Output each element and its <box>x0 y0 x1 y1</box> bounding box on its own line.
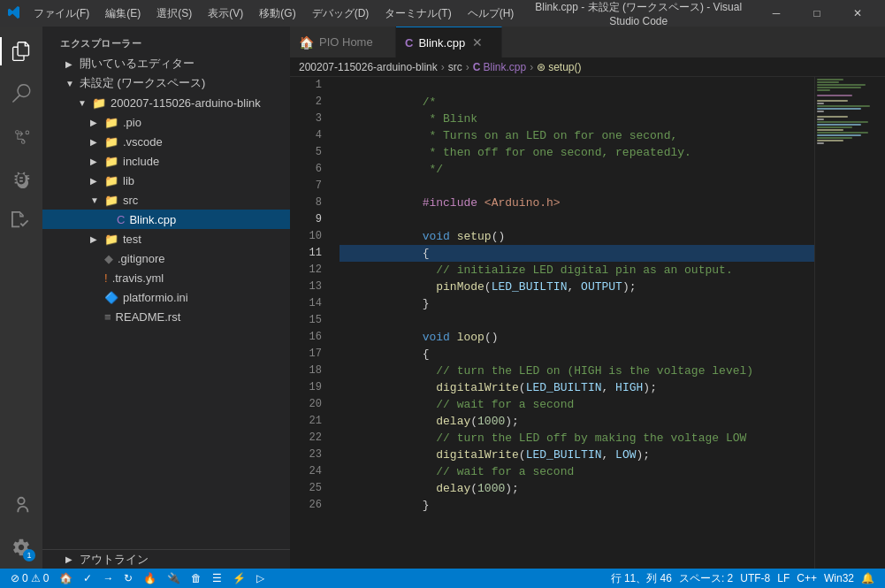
breadcrumb-sep-0: › <box>441 61 445 73</box>
tab-blink-cpp[interactable]: C Blink.cpp ✕ <box>396 27 502 57</box>
warning-count: 0 <box>43 572 50 584</box>
sidebar-platformio[interactable]: ▶ 🔷 platformio.ini <box>42 287 290 307</box>
menu-help[interactable]: ヘルプ(H) <box>461 4 522 23</box>
code-line-7: #include <Arduino.h> <box>340 178 814 195</box>
project-label: 200207-115026-arduino-blink <box>111 96 261 110</box>
settings-badge: 1 <box>23 549 35 561</box>
plug-icon: 🔌 <box>167 572 180 584</box>
menu-file[interactable]: ファイル(F) <box>27 4 96 23</box>
statusbar-spaces[interactable]: スペース: 2 <box>675 569 736 588</box>
statusbar-language[interactable]: C++ <box>793 569 820 588</box>
vscode-folder-label: .vscode <box>123 135 163 149</box>
sidebar-lib[interactable]: ▶ 📁 lib <box>42 171 290 190</box>
menu-go[interactable]: 移動(G) <box>252 4 302 23</box>
code-line-9: void setup() <box>340 211 814 228</box>
project-arrow: ▼ <box>78 98 90 108</box>
maximize-button[interactable]: □ <box>797 0 837 27</box>
statusbar-bell[interactable]: 🔔 <box>858 569 878 588</box>
test-label: test <box>123 233 141 246</box>
activity-extensions[interactable] <box>0 200 42 242</box>
vscode-folder-icon: 📁 <box>104 135 118 149</box>
position-text: 行 11、列 46 <box>611 571 672 586</box>
sync-icon: ↻ <box>124 572 133 584</box>
activity-bar: 1 <box>0 27 42 569</box>
statusbar-check[interactable]: ✓ <box>80 569 95 588</box>
statusbar-list[interactable]: ☰ <box>209 569 225 588</box>
sidebar-project[interactable]: ▼ 📁 200207-115026-arduino-blink <box>42 93 290 112</box>
sidebar-pio[interactable]: ▶ 📁 .pio <box>42 112 290 132</box>
statusbar-line-endings[interactable]: LF <box>774 569 793 588</box>
platformio-icon: 🔷 <box>104 291 118 304</box>
check-icon: ✓ <box>83 572 92 584</box>
statusbar-encoding[interactable]: UTF-8 <box>736 569 774 588</box>
statusbar-arrow2[interactable]: ▷ <box>253 569 268 588</box>
test-arrow: ▶ <box>90 234 103 244</box>
sidebar-vscode[interactable]: ▶ 📁 .vscode <box>42 132 290 151</box>
statusbar-fire[interactable]: 🔥 <box>140 569 160 588</box>
statusbar-right: 行 11、列 46 スペース: 2 UTF-8 LF C++ Win32 🔔 <box>607 569 878 588</box>
statusbar-arrow[interactable]: → <box>99 569 117 588</box>
statusbar-position[interactable]: 行 11、列 46 <box>607 569 675 588</box>
breadcrumb-part-2[interactable]: CBlink.cpp <box>473 61 526 73</box>
breadcrumb-part-0[interactable]: 200207-115026-arduino-blink <box>299 61 438 73</box>
activity-settings[interactable]: 1 <box>0 526 42 569</box>
activity-search[interactable] <box>0 73 42 115</box>
warning-icon: ⚠ <box>31 572 41 584</box>
gitignore-label: .gitignore <box>118 252 164 265</box>
tab-pio-home[interactable]: 🏠 PIO Home <box>290 27 396 57</box>
sidebar-test[interactable]: ▶ 📁 test <box>42 229 290 248</box>
sidebar-workspace[interactable]: ▼ 未設定 (ワークスペース) <box>42 73 290 93</box>
activity-source-control[interactable] <box>0 115 42 157</box>
minimize-button[interactable]: ─ <box>756 0 797 27</box>
sidebar-readme[interactable]: ▶ ≡ README.rst <box>42 307 290 326</box>
error-count: 0 <box>22 572 28 584</box>
pio-arrow: ▶ <box>90 118 103 127</box>
menu-selection[interactable]: 選択(S) <box>149 4 199 23</box>
statusbar-trash[interactable]: 🗑 <box>187 569 205 588</box>
menu-debug[interactable]: デバッグ(D) <box>305 4 377 23</box>
lib-arrow: ▶ <box>90 176 103 186</box>
sidebar-blink-cpp[interactable]: ▶ C Blink.cpp <box>42 210 290 229</box>
statusbar-errors[interactable]: ⊘ 0 ⚠ 0 <box>7 569 52 588</box>
pio-label: .pio <box>123 116 141 129</box>
terminal-icon: ▷ <box>256 572 264 584</box>
sidebar-header: エクスプローラー <box>42 27 290 54</box>
close-button[interactable]: ✕ <box>837 0 878 27</box>
code-editor[interactable]: 1 2 3 4 5 6 7 8 9 10 11 12 13 14 15 16 1 <box>290 77 814 569</box>
minimap[interactable] <box>814 77 885 569</box>
tab-close-blink[interactable]: ✕ <box>470 35 484 50</box>
activity-debug[interactable] <box>0 157 42 200</box>
src-arrow: ▼ <box>90 195 103 205</box>
window-controls: ─ □ ✕ <box>756 0 878 27</box>
menu-view[interactable]: 表示(V) <box>201 4 250 23</box>
statusbar-home[interactable]: 🏠 <box>56 569 76 588</box>
sidebar-open-editors[interactable]: ▶ ▶ 開いているエディター 開いているエディター <box>42 54 290 73</box>
src-icon: 📁 <box>104 194 118 207</box>
breadcrumb-part-3[interactable]: ⊛setup() <box>537 61 581 73</box>
tabs-container: 🏠 PIO Home C Blink.cpp ✕ <box>290 27 885 57</box>
activity-account[interactable] <box>0 484 42 526</box>
sidebar-travis[interactable]: ▶ ! .travis.yml <box>42 268 290 287</box>
language-text: C++ <box>797 572 817 584</box>
statusbar-plug[interactable]: 🔌 <box>164 569 184 588</box>
sidebar-src[interactable]: ▼ 📁 src <box>42 190 290 210</box>
menu-edit[interactable]: 編集(E) <box>98 4 148 23</box>
statusbar-sync[interactable]: ↻ <box>120 569 136 588</box>
line-numbers: 1 2 3 4 5 6 7 8 9 10 11 12 13 14 15 16 1 <box>290 77 332 569</box>
statusbar-bolt[interactable]: ⚡ <box>229 569 249 588</box>
sidebar-gitignore[interactable]: ▶ ◆ .gitignore <box>42 248 290 268</box>
activity-explorer[interactable] <box>0 30 42 73</box>
code-content[interactable]: /* * Blink * Turns on an LED on for one … <box>332 77 814 569</box>
code-line-15: void loop() <box>340 312 814 329</box>
trash-icon: 🗑 <box>191 572 202 584</box>
breadcrumb-part-1[interactable]: src <box>448 61 462 73</box>
include-arrow: ▶ <box>90 157 103 166</box>
blink-icon: C <box>117 213 125 226</box>
gitignore-icon: ◆ <box>104 252 113 265</box>
bolt-icon: ⚡ <box>233 572 246 584</box>
sidebar-outline[interactable]: ▶ アウトライン <box>42 549 290 569</box>
menu-terminal[interactable]: ターミナル(T) <box>378 4 458 23</box>
sidebar-include[interactable]: ▶ 📁 include <box>42 151 290 171</box>
include-label: include <box>123 155 159 168</box>
statusbar-platform[interactable]: Win32 <box>820 569 858 588</box>
